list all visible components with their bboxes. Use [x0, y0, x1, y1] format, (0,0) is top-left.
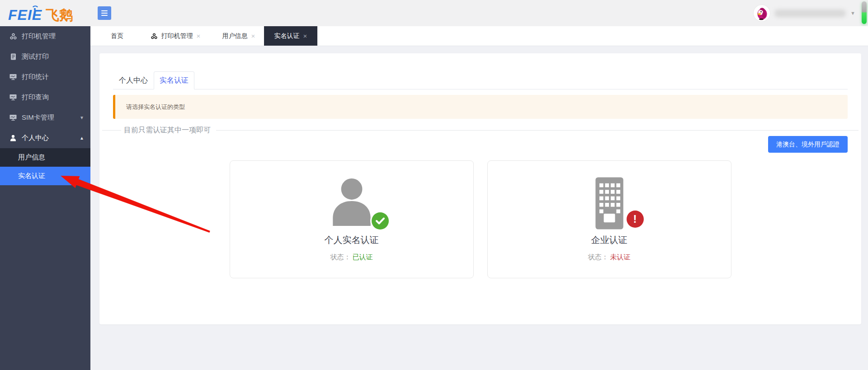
sidebar-nav: 打印机管理 测试打印 打印统 — [0, 26, 90, 370]
user-icon — [9, 135, 17, 142]
sidebar-item-print-stats[interactable]: 打印统计 — [0, 67, 90, 87]
card-status: 状态： 已认证 — [330, 253, 373, 262]
logo-text-cn: 飞鹅 — [46, 9, 73, 22]
divider-text: 目前只需认证其中一项即可 — [124, 126, 211, 135]
penguin-avatar-icon — [755, 6, 769, 20]
avatar[interactable] — [754, 5, 770, 21]
sidebar-item-printer-management[interactable]: 打印机管理 — [0, 26, 90, 47]
section-divider: 目前只需认证其中一项即可 — [102, 125, 859, 135]
sidebar-item-print-query[interactable]: 打印查询 — [0, 87, 90, 108]
monitor-icon — [9, 114, 17, 122]
tab-label: 首页 — [111, 32, 123, 40]
sidebar-item-label: 打印机管理 — [22, 32, 56, 41]
sidebar-item-test-print[interactable]: 测试打印 — [0, 47, 90, 67]
content-tab-label: 个人中心 — [119, 76, 148, 85]
person-icon — [326, 177, 377, 228]
document-icon — [9, 53, 17, 61]
sidebar-submenu: 用户信息 实名认证 — [0, 148, 90, 185]
caret-down-icon[interactable]: ▼ — [850, 10, 855, 16]
sidebar-item-label: 打印查询 — [22, 93, 49, 102]
personal-auth-card[interactable]: 个人实名认证 状态： 已认证 — [230, 160, 474, 278]
exclamation-icon: ! — [627, 211, 644, 228]
card-status: 状态： 未认证 — [588, 253, 630, 262]
main-content: 个人中心 实名认证 请选择实名认证的类型 目前只需认证其中一项即可 港澳台、境外… — [90, 46, 868, 370]
button-row: 港澳台、境外用戶認證 — [113, 136, 848, 153]
tab-home[interactable]: 首页 — [97, 26, 137, 46]
sidebar-toggle-button[interactable] — [98, 6, 111, 20]
tab-label: 打印机管理 — [161, 32, 193, 40]
tab-label: 实名认证 — [274, 32, 300, 40]
sidebar-item-label: 测试打印 — [22, 52, 49, 61]
content-tab-personal-center[interactable]: 个人中心 — [113, 71, 154, 89]
close-icon[interactable]: × — [251, 32, 255, 40]
sidebar-item-realname-auth[interactable]: 实名认证 — [0, 167, 90, 185]
sidebar-subitem-label: 用户信息 — [18, 153, 45, 162]
alert-text: 请选择实名认证的类型 — [126, 103, 185, 111]
tab-user-info[interactable]: 用户信息 × — [213, 26, 264, 46]
sidebar-item-label: 个人中心 — [22, 134, 49, 142]
tab-label: 用户信息 — [222, 32, 248, 40]
content-tab-label: 实名认证 — [160, 76, 189, 85]
overseas-auth-button[interactable]: 港澳台、境外用戶認證 — [768, 136, 848, 153]
content-tab-realname-auth[interactable]: 实名认证 — [154, 71, 194, 89]
card-title: 个人实名认证 — [325, 234, 379, 246]
close-icon[interactable]: × — [303, 32, 307, 40]
sidebar-item-user-info[interactable]: 用户信息 — [0, 148, 90, 167]
status-label: 状态： — [588, 253, 608, 261]
building-icon — [588, 177, 631, 229]
sidebar-item-label: 打印统计 — [22, 73, 49, 81]
feie-logo[interactable]: FEIE 飞鹅 — [8, 4, 73, 22]
enterprise-auth-card[interactable]: ! 企业认证 状态： 未认证 — [487, 160, 731, 278]
username-redacted — [774, 9, 846, 17]
user-menu[interactable]: ▼ — [754, 0, 855, 26]
warning-alert: 请选择实名认证的类型 — [113, 95, 848, 119]
green-indicator-pill — [862, 1, 867, 24]
monitor-icon — [9, 94, 17, 101]
close-icon[interactable]: × — [197, 32, 201, 40]
app-window: FEIE 飞鹅 — [0, 0, 868, 370]
content-panel: 个人中心 实名认证 请选择实名认证的类型 目前只需认证其中一项即可 港澳台、境外… — [99, 53, 861, 324]
wifi-signal-icon — [32, 3, 41, 12]
sidebar-subitem-label: 实名认证 — [18, 172, 45, 180]
status-label: 状态： — [330, 253, 350, 261]
sidebar-item-personal-center[interactable]: 个人中心 ▲ — [0, 128, 90, 148]
top-header: FEIE 飞鹅 — [0, 0, 868, 26]
chevron-up-icon[interactable]: ▲ — [80, 136, 84, 141]
printer-cluster-icon — [151, 33, 158, 39]
card-title: 企业认证 — [591, 234, 627, 246]
tab-printer-management[interactable]: 打印机管理 × — [137, 26, 213, 46]
printer-cluster-icon — [9, 33, 17, 40]
status-value: 已认证 — [353, 253, 373, 261]
monitor-icon — [9, 74, 17, 81]
sidebar-item-sim-management[interactable]: SIM卡管理 ▼ — [0, 108, 90, 128]
sidebar-item-label: SIM卡管理 — [22, 113, 54, 122]
content-tabs: 个人中心 实名认证 — [113, 71, 848, 89]
check-icon — [372, 212, 389, 229]
tab-realname-auth[interactable]: 实名认证 × — [264, 26, 317, 46]
page-tabbar: 首页 打印机管理 × 用户信息 × 实名认证 × — [90, 26, 868, 46]
auth-cards: 个人实名认证 状态： 已认证 — [113, 160, 848, 278]
status-value: 未认证 — [610, 253, 631, 261]
chevron-down-icon[interactable]: ▼ — [80, 115, 84, 120]
